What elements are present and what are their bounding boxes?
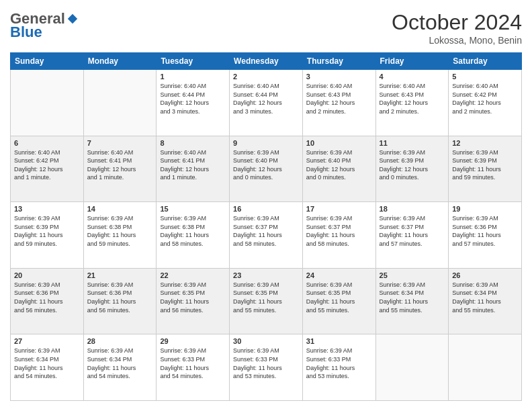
day-number: 9 (233, 139, 299, 147)
month-title: October 2024 (392, 10, 522, 35)
day-number: 19 (452, 205, 518, 213)
table-row: 30Sunrise: 6:39 AM Sunset: 6:33 PM Dayli… (230, 334, 303, 401)
day-info: Sunrise: 6:39 AM Sunset: 6:34 PM Dayligh… (87, 347, 153, 380)
logo: General Blue (10, 10, 79, 41)
table-row: 22Sunrise: 6:39 AM Sunset: 6:35 PM Dayli… (157, 268, 230, 334)
day-info: Sunrise: 6:39 AM Sunset: 6:34 PM Dayligh… (380, 281, 445, 314)
day-number: 7 (87, 139, 153, 147)
table-row: 10Sunrise: 6:39 AM Sunset: 6:40 PM Dayli… (302, 136, 375, 202)
day-info: Sunrise: 6:39 AM Sunset: 6:40 PM Dayligh… (233, 148, 299, 182)
table-row: 3Sunrise: 6:40 AM Sunset: 6:43 PM Daylig… (302, 70, 375, 136)
day-number: 10 (306, 139, 372, 147)
day-number: 2 (233, 73, 299, 81)
day-number: 27 (14, 337, 80, 345)
day-info: Sunrise: 6:39 AM Sunset: 6:39 PM Dayligh… (14, 214, 80, 248)
table-row: 6Sunrise: 6:40 AM Sunset: 6:42 PM Daylig… (11, 136, 84, 202)
day-info: Sunrise: 6:39 AM Sunset: 6:36 PM Dayligh… (14, 281, 80, 314)
day-number: 17 (306, 205, 372, 213)
day-info: Sunrise: 6:40 AM Sunset: 6:41 PM Dayligh… (160, 148, 226, 182)
day-number: 5 (452, 73, 518, 81)
day-number: 29 (160, 337, 226, 345)
table-row: 19Sunrise: 6:39 AM Sunset: 6:36 PM Dayli… (449, 202, 522, 269)
table-row: 16Sunrise: 6:39 AM Sunset: 6:37 PM Dayli… (230, 202, 303, 269)
day-number: 12 (452, 139, 518, 147)
col-saturday: Saturday (449, 53, 522, 70)
table-row: 5Sunrise: 6:40 AM Sunset: 6:42 PM Daylig… (449, 70, 522, 136)
day-info: Sunrise: 6:39 AM Sunset: 6:37 PM Dayligh… (233, 214, 299, 248)
day-number: 15 (160, 205, 226, 213)
day-number: 18 (380, 205, 445, 213)
day-info: Sunrise: 6:39 AM Sunset: 6:33 PM Dayligh… (233, 347, 299, 380)
table-row: 24Sunrise: 6:39 AM Sunset: 6:35 PM Dayli… (302, 268, 375, 334)
table-row (83, 70, 157, 136)
day-info: Sunrise: 6:39 AM Sunset: 6:35 PM Dayligh… (233, 281, 299, 314)
table-row: 17Sunrise: 6:39 AM Sunset: 6:37 PM Dayli… (302, 202, 375, 269)
calendar-week-row: 6Sunrise: 6:40 AM Sunset: 6:42 PM Daylig… (11, 136, 522, 202)
day-info: Sunrise: 6:39 AM Sunset: 6:36 PM Dayligh… (452, 214, 518, 248)
day-info: Sunrise: 6:40 AM Sunset: 6:42 PM Dayligh… (452, 82, 518, 116)
location: Lokossa, Mono, Benin (392, 35, 522, 46)
day-number: 4 (380, 73, 445, 81)
day-number: 30 (233, 337, 299, 345)
day-number: 23 (233, 271, 299, 279)
day-number: 21 (87, 271, 153, 279)
day-info: Sunrise: 6:40 AM Sunset: 6:43 PM Dayligh… (380, 82, 445, 116)
header-right: October 2024 Lokossa, Mono, Benin (392, 10, 522, 46)
day-number: 1 (160, 73, 226, 81)
header: General Blue October 2024 Lokossa, Mono,… (10, 10, 522, 46)
day-number: 20 (14, 271, 80, 279)
calendar-week-row: 20Sunrise: 6:39 AM Sunset: 6:36 PM Dayli… (11, 268, 522, 334)
day-info: Sunrise: 6:39 AM Sunset: 6:35 PM Dayligh… (160, 281, 226, 314)
day-info: Sunrise: 6:39 AM Sunset: 6:35 PM Dayligh… (306, 281, 372, 314)
table-row: 7Sunrise: 6:40 AM Sunset: 6:41 PM Daylig… (83, 136, 157, 202)
table-row: 8Sunrise: 6:40 AM Sunset: 6:41 PM Daylig… (157, 136, 230, 202)
day-info: Sunrise: 6:40 AM Sunset: 6:43 PM Dayligh… (306, 82, 372, 116)
day-info: Sunrise: 6:39 AM Sunset: 6:38 PM Dayligh… (160, 214, 226, 248)
day-info: Sunrise: 6:39 AM Sunset: 6:36 PM Dayligh… (87, 281, 153, 314)
day-number: 25 (380, 271, 445, 279)
day-info: Sunrise: 6:39 AM Sunset: 6:40 PM Dayligh… (306, 148, 372, 182)
table-row: 1Sunrise: 6:40 AM Sunset: 6:44 PM Daylig… (157, 70, 230, 136)
day-number: 28 (87, 337, 153, 345)
day-info: Sunrise: 6:39 AM Sunset: 6:34 PM Dayligh… (452, 281, 518, 314)
day-number: 13 (14, 205, 80, 213)
col-wednesday: Wednesday (230, 53, 303, 70)
table-row (375, 334, 449, 401)
table-row: 18Sunrise: 6:39 AM Sunset: 6:37 PM Dayli… (375, 202, 449, 269)
col-sunday: Sunday (11, 53, 84, 70)
table-row: 26Sunrise: 6:39 AM Sunset: 6:34 PM Dayli… (449, 268, 522, 334)
table-row: 27Sunrise: 6:39 AM Sunset: 6:34 PM Dayli… (11, 334, 84, 401)
day-info: Sunrise: 6:39 AM Sunset: 6:38 PM Dayligh… (87, 214, 153, 248)
col-thursday: Thursday (302, 53, 375, 70)
logo-blue: Blue (10, 24, 42, 41)
day-number: 14 (87, 205, 153, 213)
calendar-week-row: 13Sunrise: 6:39 AM Sunset: 6:39 PM Dayli… (11, 202, 522, 269)
day-number: 31 (306, 337, 372, 345)
day-info: Sunrise: 6:39 AM Sunset: 6:33 PM Dayligh… (160, 347, 226, 380)
table-row: 28Sunrise: 6:39 AM Sunset: 6:34 PM Dayli… (83, 334, 157, 401)
day-number: 26 (452, 271, 518, 279)
table-row: 9Sunrise: 6:39 AM Sunset: 6:40 PM Daylig… (230, 136, 303, 202)
col-monday: Monday (83, 53, 157, 70)
table-row: 13Sunrise: 6:39 AM Sunset: 6:39 PM Dayli… (11, 202, 84, 269)
day-info: Sunrise: 6:39 AM Sunset: 6:37 PM Dayligh… (380, 214, 445, 248)
calendar-header-row: Sunday Monday Tuesday Wednesday Thursday… (11, 53, 522, 70)
table-row: 11Sunrise: 6:39 AM Sunset: 6:39 PM Dayli… (375, 136, 449, 202)
table-row: 12Sunrise: 6:39 AM Sunset: 6:39 PM Dayli… (449, 136, 522, 202)
page: General Blue October 2024 Lokossa, Mono,… (0, 0, 532, 411)
day-number: 22 (160, 271, 226, 279)
col-tuesday: Tuesday (157, 53, 230, 70)
day-info: Sunrise: 6:39 AM Sunset: 6:39 PM Dayligh… (452, 148, 518, 182)
day-number: 24 (306, 271, 372, 279)
day-info: Sunrise: 6:39 AM Sunset: 6:34 PM Dayligh… (14, 347, 80, 380)
table-row (11, 70, 84, 136)
table-row: 25Sunrise: 6:39 AM Sunset: 6:34 PM Dayli… (375, 268, 449, 334)
table-row: 31Sunrise: 6:39 AM Sunset: 6:33 PM Dayli… (302, 334, 375, 401)
day-info: Sunrise: 6:40 AM Sunset: 6:42 PM Dayligh… (14, 148, 80, 182)
table-row: 23Sunrise: 6:39 AM Sunset: 6:35 PM Dayli… (230, 268, 303, 334)
svg-marker-0 (68, 14, 77, 24)
table-row: 2Sunrise: 6:40 AM Sunset: 6:44 PM Daylig… (230, 70, 303, 136)
day-number: 11 (380, 139, 445, 147)
day-info: Sunrise: 6:39 AM Sunset: 6:39 PM Dayligh… (380, 148, 445, 182)
day-number: 8 (160, 139, 226, 147)
